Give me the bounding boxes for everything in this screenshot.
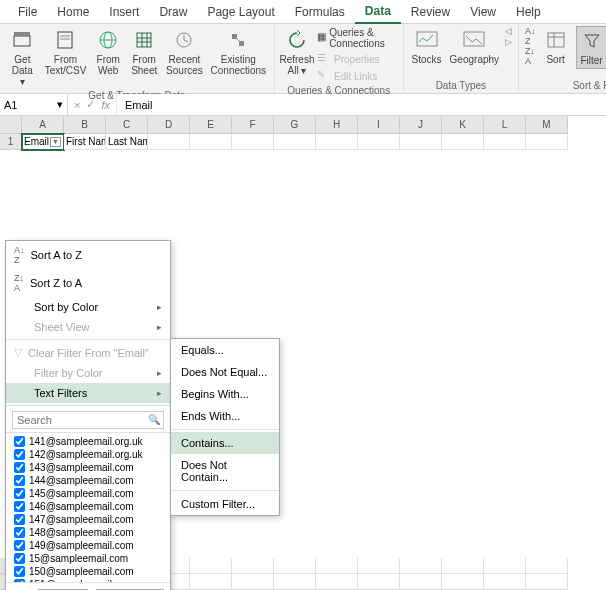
- fx-icon[interactable]: fx: [101, 99, 110, 111]
- cell[interactable]: [190, 558, 232, 574]
- cell[interactable]: [526, 558, 568, 574]
- text-filters[interactable]: Text Filters▸: [6, 383, 170, 403]
- checkbox[interactable]: [14, 553, 25, 564]
- cell[interactable]: [148, 134, 190, 150]
- tab-file[interactable]: File: [8, 1, 47, 23]
- cell[interactable]: [484, 134, 526, 150]
- filter-values-list[interactable]: 141@sampleemail.org.uk142@sampleemail.or…: [6, 432, 170, 582]
- cell[interactable]: [442, 558, 484, 574]
- col-l[interactable]: L: [484, 116, 526, 134]
- cell[interactable]: [526, 134, 568, 150]
- cell[interactable]: [316, 558, 358, 574]
- filter-value-item[interactable]: 148@sampleemail.com: [6, 526, 170, 539]
- filter-value-item[interactable]: 143@sampleemail.com: [6, 461, 170, 474]
- col-m[interactable]: M: [526, 116, 568, 134]
- filter-value-item[interactable]: 144@sampleemail.com: [6, 474, 170, 487]
- text-filter-begins-with[interactable]: Begins With...: [171, 383, 279, 405]
- tab-page-layout[interactable]: Page Layout: [197, 1, 284, 23]
- cell[interactable]: [316, 574, 358, 590]
- name-box[interactable]: A1▾: [0, 94, 68, 115]
- formula-bar[interactable]: Email: [117, 94, 606, 115]
- filter-value-item[interactable]: 145@sampleemail.com: [6, 487, 170, 500]
- geography-button[interactable]: Geography: [448, 26, 501, 67]
- col-d[interactable]: D: [148, 116, 190, 134]
- filter-value-item[interactable]: 141@sampleemail.org.uk: [6, 435, 170, 448]
- col-g[interactable]: G: [274, 116, 316, 134]
- checkbox[interactable]: [14, 540, 25, 551]
- col-j[interactable]: J: [400, 116, 442, 134]
- cell-b1[interactable]: First Nam▼: [64, 134, 106, 150]
- text-filter-does-not-equal[interactable]: Does Not Equal...: [171, 361, 279, 383]
- cell[interactable]: [358, 134, 400, 150]
- cell[interactable]: [190, 574, 232, 590]
- checkbox[interactable]: [14, 501, 25, 512]
- tab-home[interactable]: Home: [47, 1, 99, 23]
- cell[interactable]: [232, 574, 274, 590]
- cell[interactable]: [316, 134, 358, 150]
- cell[interactable]: [400, 574, 442, 590]
- col-k[interactable]: K: [442, 116, 484, 134]
- from-web-button[interactable]: FromWeb: [92, 26, 124, 78]
- text-filter-contains[interactable]: Contains...: [171, 432, 279, 454]
- filter-button[interactable]: Filter: [576, 26, 606, 69]
- cell[interactable]: [358, 574, 400, 590]
- tab-review[interactable]: Review: [401, 1, 460, 23]
- col-e[interactable]: E: [190, 116, 232, 134]
- filter-value-item[interactable]: 149@sampleemail.com: [6, 539, 170, 552]
- search-input[interactable]: [12, 411, 164, 429]
- tab-view[interactable]: View: [460, 1, 506, 23]
- cell-c1[interactable]: Last Nam▼: [106, 134, 148, 150]
- select-all-corner[interactable]: [0, 116, 22, 134]
- cell[interactable]: [274, 574, 316, 590]
- col-a[interactable]: A: [22, 116, 64, 134]
- stocks-button[interactable]: Stocks: [410, 26, 444, 67]
- get-data-button[interactable]: GetData ▾: [6, 26, 39, 89]
- recent-sources-button[interactable]: RecentSources: [164, 26, 204, 78]
- text-filter-custom-filter[interactable]: Custom Filter...: [171, 493, 279, 515]
- checkbox[interactable]: [14, 566, 25, 577]
- checkbox[interactable]: [14, 449, 25, 460]
- cell[interactable]: [400, 134, 442, 150]
- row-1-header[interactable]: 1: [0, 134, 22, 150]
- tab-help[interactable]: Help: [506, 1, 551, 23]
- refresh-all-button[interactable]: RefreshAll ▾: [281, 26, 313, 78]
- cell-a1[interactable]: Email▼: [22, 134, 64, 150]
- col-h[interactable]: H: [316, 116, 358, 134]
- sort-az[interactable]: A↓ZSort A to Z: [6, 241, 170, 269]
- checkbox[interactable]: [14, 579, 25, 582]
- cell[interactable]: [400, 558, 442, 574]
- col-b[interactable]: B: [64, 116, 106, 134]
- sort-button[interactable]: Sort: [540, 26, 572, 67]
- col-f[interactable]: F: [232, 116, 274, 134]
- tab-insert[interactable]: Insert: [99, 1, 149, 23]
- chevron-down-icon[interactable]: ▾: [57, 98, 63, 111]
- filter-value-item[interactable]: 147@sampleemail.com: [6, 513, 170, 526]
- cell[interactable]: [442, 574, 484, 590]
- cell[interactable]: [484, 558, 526, 574]
- sort-by-color[interactable]: Sort by Color▸: [6, 297, 170, 317]
- text-filter-ends-with[interactable]: Ends With...: [171, 405, 279, 427]
- sort-asc-icon[interactable]: A↓Z: [525, 26, 536, 46]
- cell[interactable]: [358, 558, 400, 574]
- filter-value-item[interactable]: 150@sampleemail.com: [6, 565, 170, 578]
- filter-value-item[interactable]: 146@sampleemail.com: [6, 500, 170, 513]
- cell[interactable]: [484, 574, 526, 590]
- scroll-left-icon[interactable]: ◁: [505, 26, 512, 36]
- text-filter-equals[interactable]: Equals...: [171, 339, 279, 361]
- cell[interactable]: [442, 134, 484, 150]
- cell[interactable]: [274, 134, 316, 150]
- sort-desc-icon[interactable]: Z↓A: [525, 46, 536, 66]
- tab-formulas[interactable]: Formulas: [285, 1, 355, 23]
- checkbox[interactable]: [14, 436, 25, 447]
- filter-value-item[interactable]: 15@sampleemail.com: [6, 552, 170, 565]
- filter-value-item[interactable]: 142@sampleemail.org.uk: [6, 448, 170, 461]
- checkbox[interactable]: [14, 488, 25, 499]
- checkbox[interactable]: [14, 527, 25, 538]
- filter-dropdown-icon[interactable]: ▼: [50, 137, 61, 147]
- tab-data[interactable]: Data: [355, 0, 401, 24]
- cell[interactable]: [232, 558, 274, 574]
- from-sheet-button[interactable]: FromSheet: [128, 26, 160, 78]
- cell[interactable]: [190, 134, 232, 150]
- tab-draw[interactable]: Draw: [149, 1, 197, 23]
- from-text-csv-button[interactable]: FromText/CSV: [43, 26, 88, 78]
